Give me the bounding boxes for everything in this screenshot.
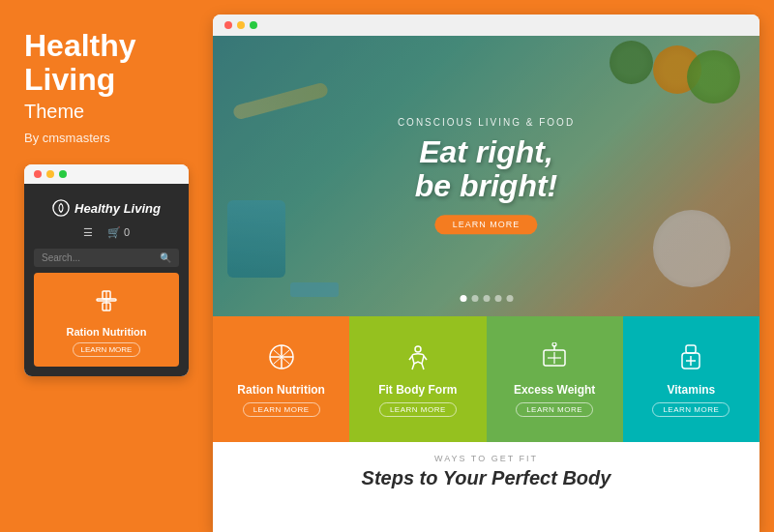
feature-title-fit-body: Fit Body Form (378, 383, 457, 397)
excess-weight-icon (540, 342, 569, 377)
feature-card-excess-weight: Excess Weight LEARN MORE (487, 316, 623, 442)
svg-line-12 (412, 364, 414, 369)
search-icon: 🔍 (160, 252, 171, 263)
feature-title-vitamins: Vitamins (667, 383, 715, 397)
cart-icon: 🛒 0 (107, 226, 130, 239)
bottom-section: WAYS TO GET FIT Steps to Your Perfect Bo… (213, 442, 759, 532)
mockup-nav: ☰ 🛒 0 (34, 222, 179, 243)
mockup-feature-card: Ration Nutrition LEARN MORE (34, 273, 179, 367)
hero-title: Eat right, be bright! (398, 135, 575, 203)
mockup-titlebar (24, 164, 189, 184)
mockup-card-icon (44, 287, 169, 320)
left-panel: Healthy Living Theme By cmsmasters Healt… (0, 0, 213, 532)
hamburger-icon: ☰ (83, 226, 93, 239)
browser-dot-green (250, 21, 257, 29)
browser-dot-red (224, 21, 232, 29)
mobile-mockup: Healthy Living ☰ 🛒 0 Search... 🔍 (24, 164, 189, 376)
browser-window: Healthy Living HOME FEATURES SHORTCODES … (213, 15, 759, 532)
svg-line-14 (409, 356, 412, 360)
dot-red (34, 170, 42, 178)
fit-body-icon (403, 342, 432, 377)
svg-rect-21 (686, 345, 696, 353)
browser-titlebar (213, 15, 759, 36)
dot-yellow (46, 170, 54, 178)
feature-title-ration: Ration Nutrition (237, 383, 325, 397)
hero-slider-dots (460, 295, 513, 302)
hero-dot-2[interactable] (471, 295, 478, 302)
feature-btn-vitamins[interactable]: LEARN MORE (652, 402, 729, 417)
hero-section: Healthy Living HOME FEATURES SHORTCODES … (213, 36, 759, 316)
svg-point-11 (415, 346, 421, 352)
browser-dot-yellow (237, 21, 245, 29)
feature-title-excess-weight: Excess Weight (514, 383, 595, 397)
bottom-title: Steps to Your Perfect Body (232, 467, 740, 489)
hero-dot-3[interactable] (483, 295, 490, 302)
website-content: Healthy Living HOME FEATURES SHORTCODES … (213, 36, 759, 532)
feature-btn-ration[interactable]: LEARN MORE (243, 402, 320, 417)
hero-dot-4[interactable] (494, 295, 501, 302)
feature-card-ration-nutrition: Ration Nutrition LEARN MORE (213, 316, 349, 442)
features-row: Ration Nutrition LEARN MORE Fit Body For… (213, 316, 759, 442)
mockup-search[interactable]: Search... 🔍 (34, 249, 179, 267)
dot-green (59, 170, 67, 178)
svg-line-15 (424, 356, 427, 360)
feature-card-fit-body: Fit Body Form LEARN MORE (349, 316, 486, 442)
feature-card-vitamins: Vitamins LEARN MORE (623, 316, 759, 442)
hero-cta-button[interactable]: LEARN MORE (435, 216, 538, 235)
ration-nutrition-icon (267, 342, 296, 377)
bottom-label: WAYS TO GET FIT (232, 454, 740, 463)
vitamins-icon (676, 342, 705, 377)
svg-point-0 (53, 200, 69, 216)
hero-content: Conscious Living & Food Eat right, be br… (398, 117, 575, 234)
hero-dot-5[interactable] (506, 295, 513, 302)
mockup-logo: Healthy Living (34, 193, 179, 222)
theme-title: Healthy Living Theme By cmsmasters (24, 29, 189, 145)
feature-btn-fit-body[interactable]: LEARN MORE (379, 402, 457, 417)
hero-dot-1[interactable] (460, 295, 466, 302)
mockup-body: Healthy Living ☰ 🛒 0 Search... 🔍 (24, 184, 189, 376)
svg-line-13 (422, 364, 424, 369)
feature-btn-excess-weight[interactable]: LEARN MORE (516, 402, 593, 417)
